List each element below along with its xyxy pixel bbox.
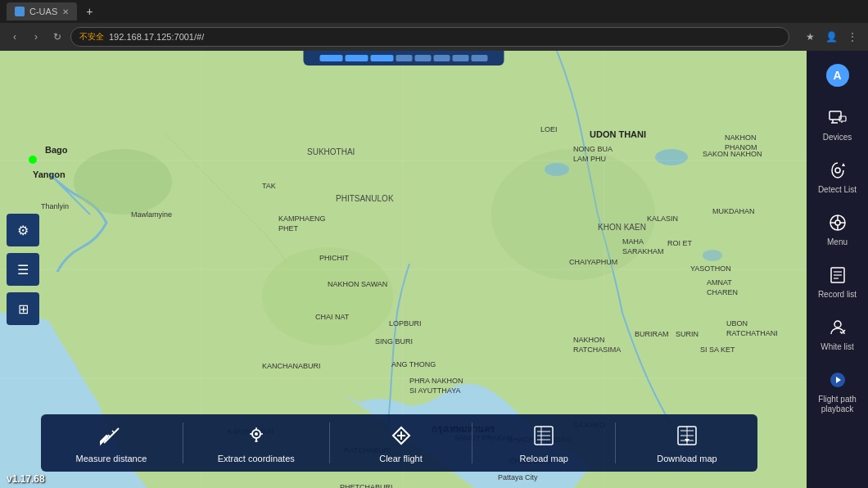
toolbar-segment-1 [319,55,342,61]
address-bar: ‹ › ↻ 不安全 192.168.17.125:7001/#/ ★ 👤 ⋮ [0,23,868,51]
toolbar-segment-6 [433,55,450,61]
measure-icon [98,422,124,449]
detect-list-icon [826,159,849,182]
svg-rect-13 [100,434,109,447]
toolbar-segment-8 [471,55,487,61]
reload-map-btn[interactable]: Reload map [507,422,581,463]
sidebar-item-record-list[interactable]: Record list [811,257,864,306]
stack-btn[interactable]: ⊞ [7,292,39,325]
divider-3 [472,422,472,463]
refresh-button[interactable]: ↻ [49,29,66,45]
detect-list-label: Detect List [818,185,857,195]
sidebar-item-menu[interactable]: Menu [811,205,864,254]
tab-close-button[interactable]: ✕ [62,7,69,16]
divider-2 [329,422,330,463]
divider-1 [183,422,183,463]
tab-bar: C-UAS ✕ + [0,0,868,23]
coordinates-icon [243,422,269,449]
devices-icon [826,106,849,129]
bookmark-button[interactable]: ★ [801,28,819,46]
version-text: v1.17.68 [7,473,45,485]
settings-btn[interactable]: ⚙ [7,214,39,246]
clear-flight-icon [388,422,414,449]
measure-distance-label: Measure distance [76,454,147,463]
download-map-label: Download map [657,454,717,463]
extract-coordinates-btn[interactable]: Extract coordinates [218,422,295,463]
settings-button[interactable]: ⋮ [843,28,861,46]
right-sidebar: A Devices Dete [807,51,868,488]
clear-flight-btn[interactable]: Clear flight [364,422,438,463]
measure-distance-btn[interactable]: Measure distance [75,422,148,463]
green-dot-indicator [29,156,37,164]
record-list-icon [826,264,849,287]
sidebar-item-white-list[interactable]: White list [811,310,864,359]
url-bar[interactable]: 不安全 192.168.17.125:7001/#/ [70,27,789,47]
layers-btn[interactable]: ☰ [7,253,39,286]
bottom-toolbar: Measure distance Extract coordinates [41,414,757,472]
sidebar-item-devices[interactable]: Devices [811,100,864,149]
sidebar-item-flight-path[interactable]: Flight path playback [811,362,864,421]
clear-flight-label: Clear flight [379,454,423,463]
active-tab[interactable]: C-UAS ✕ [7,2,77,20]
toolbar-segment-3 [370,55,393,61]
layers-icon: ☰ [17,262,29,278]
toolbar-segment-2 [345,55,368,61]
svg-point-5 [655,149,688,165]
svg-line-17 [112,431,115,433]
new-tab-button[interactable]: + [80,2,98,20]
svg-point-3 [491,149,655,280]
profile-button[interactable]: 👤 [822,28,840,46]
avatar: A [826,64,849,87]
divider-4 [615,422,616,463]
white-list-label: White list [821,342,854,352]
svg-rect-29 [839,116,846,121]
map-area[interactable]: Bago Yangon Thanlyin Mawlamyine TAK SUKH… [0,51,807,488]
extract-coordinates-label: Extract coordinates [218,454,295,463]
svg-point-4 [545,163,569,176]
svg-point-32 [835,220,840,225]
toolbar-segment-4 [396,55,412,61]
menu-label: Menu [827,237,848,247]
tab-favicon [15,7,25,16]
sidebar-item-profile[interactable]: A [811,57,864,93]
flight-path-label: Flight path playback [814,395,861,414]
svg-point-41 [834,321,841,328]
download-map-btn[interactable]: Download map [650,422,724,463]
svg-point-30 [835,168,840,173]
menu-icon [826,211,849,234]
toolbar-segment-7 [452,55,468,61]
left-buttons: ⚙ ☰ ⊞ [7,214,39,325]
stack-icon: ⊞ [18,301,29,317]
record-list-label: Record list [818,290,857,300]
app-container: Bago Yangon Thanlyin Mawlamyine TAK SUKH… [0,51,868,488]
url-text: 192.168.17.125:7001/#/ [109,32,204,42]
white-list-icon [826,316,849,339]
reload-map-label: Reload map [520,454,568,463]
flight-path-icon [826,368,849,391]
svg-point-2 [262,247,393,346]
browser-chrome: C-UAS ✕ + ‹ › ↻ 不安全 192.168.17.125:7001/… [0,0,868,51]
settings-icon: ⚙ [17,223,29,238]
security-warning: 不安全 [79,31,104,43]
back-button[interactable]: ‹ [7,29,23,45]
reload-map-icon [531,422,557,449]
toolbar-segment-5 [414,55,431,61]
sidebar-item-detect-list[interactable]: Detect List [811,152,864,201]
tab-title: C-UAS [29,7,57,16]
download-map-icon [674,422,700,449]
svg-point-6 [703,250,722,261]
devices-label: Devices [823,133,852,142]
svg-point-19 [255,432,258,436]
browser-actions: ★ 👤 ⋮ [801,28,861,46]
top-toolbar [303,51,504,66]
forward-button[interactable]: › [28,29,44,45]
svg-point-1 [74,149,172,215]
